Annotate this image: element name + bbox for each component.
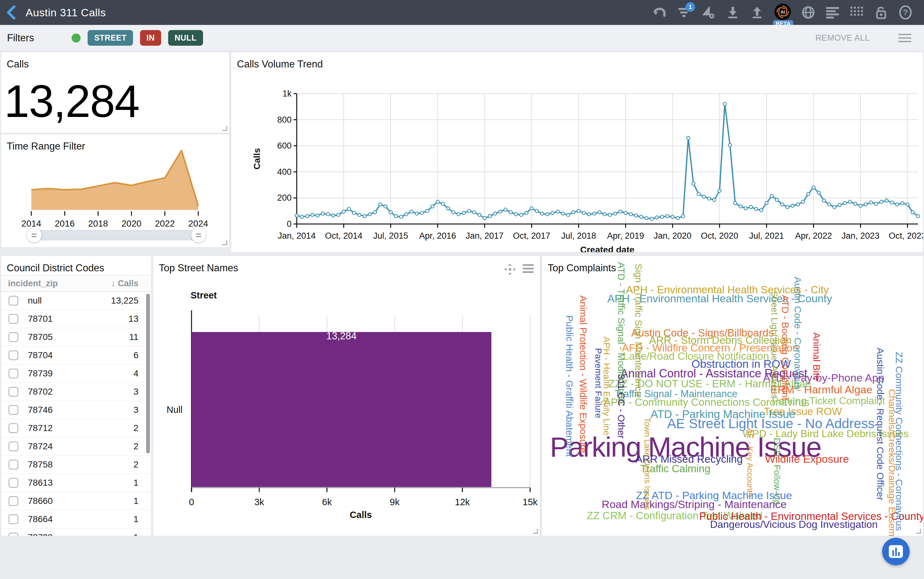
resize-handle[interactable] xyxy=(533,529,538,534)
svg-text:2020: 2020 xyxy=(121,219,141,229)
table-row[interactable]: 78758 2 xyxy=(1,456,151,474)
back-button[interactable] xyxy=(0,0,22,25)
zip-cell: 78660 xyxy=(28,496,53,506)
undo-icon[interactable] xyxy=(652,5,668,20)
table-row[interactable]: 78729 1 xyxy=(1,528,151,536)
svg-text:Apr, 2022: Apr, 2022 xyxy=(795,231,832,240)
table-row[interactable]: 78660 1 xyxy=(1,492,151,510)
time-range-area-chart[interactable]: 201420162018202020222024 xyxy=(1,134,230,229)
complaint-word[interactable]: Austin Code - Coronavirus xyxy=(793,277,803,389)
street-bar-chart[interactable]: 03k6k9k12k15k13,284NullStreetCalls xyxy=(153,256,540,536)
complaint-word[interactable]: Street Light Issue- Address xyxy=(770,291,779,399)
zip-cell: 78704 xyxy=(28,350,53,360)
lock-open-icon[interactable] xyxy=(873,5,889,20)
complaint-word[interactable]: Pavement Failure xyxy=(594,348,603,418)
table-row[interactable]: 78712 2 xyxy=(1,419,151,437)
svg-text:Apr, 2019: Apr, 2019 xyxy=(607,231,644,240)
table-row[interactable]: 78724 2 xyxy=(1,437,151,456)
top-complaints-panel: Top Complaints APH - Environmental Healt… xyxy=(542,256,923,536)
svg-text:2024: 2024 xyxy=(188,219,208,229)
svg-text:600: 600 xyxy=(277,141,292,150)
download-icon[interactable] xyxy=(725,5,741,20)
resize-handle[interactable] xyxy=(222,126,227,131)
filters-label: Filters xyxy=(7,32,34,44)
ai-assistant-icon[interactable]: AI BETA xyxy=(774,5,791,20)
table-row[interactable]: 78702 3 xyxy=(1,383,151,401)
row-checkbox[interactable] xyxy=(9,314,18,324)
table-row[interactable]: 78664 1 xyxy=(1,510,151,528)
row-checkbox[interactable] xyxy=(9,478,18,487)
complaint-word[interactable]: Animal Protection - Wildlife Exposure xyxy=(578,295,588,453)
svg-text:2018: 2018 xyxy=(88,219,108,229)
charts-fab-button[interactable] xyxy=(882,538,909,565)
table-row[interactable]: 78739 4 xyxy=(1,365,151,383)
complaint-word[interactable]: Town Lake Debris Issues xyxy=(643,417,652,510)
filters-menu-icon[interactable] xyxy=(898,32,911,44)
upload-icon[interactable] xyxy=(749,5,765,20)
row-checkbox[interactable] xyxy=(9,332,18,342)
column-calls-sorted[interactable]: ↓ Calls xyxy=(111,279,138,288)
slider-handle-right[interactable] xyxy=(191,228,206,242)
slider-handle-left[interactable] xyxy=(27,228,41,242)
complaint-word[interactable]: Channels/Creeks/Drainage Easement xyxy=(887,389,897,536)
complaint-word[interactable]: ATD - Booting Complaint xyxy=(780,295,790,401)
sort-desc-icon: ↓ xyxy=(111,279,115,288)
help-icon[interactable]: ? xyxy=(898,5,913,20)
globe-icon[interactable] xyxy=(801,5,816,20)
table-row[interactable]: 78704 6 xyxy=(1,347,151,365)
row-checkbox[interactable] xyxy=(9,405,18,415)
row-checkbox[interactable] xyxy=(9,369,18,378)
table-row[interactable]: 78701 13 xyxy=(1,310,151,328)
table-row[interactable]: 78613 1 xyxy=(1,474,151,492)
calls-cell: 3 xyxy=(133,405,138,415)
filter-chip-in[interactable]: IN xyxy=(140,30,161,46)
top-street-names-panel: Top Street Names 03k6k9k12k15k13,284Null… xyxy=(153,256,540,536)
ai-logo: AI xyxy=(774,3,791,20)
row-checkbox[interactable] xyxy=(9,514,18,524)
row-checkbox[interactable] xyxy=(9,350,18,360)
complaint-word[interactable]: Public Health - Graffiti Abatement xyxy=(565,316,574,457)
svg-text:Jan, 2014: Jan, 2014 xyxy=(278,231,316,240)
svg-text:2014: 2014 xyxy=(21,219,41,229)
grid-layout-icon[interactable] xyxy=(849,5,865,20)
calls-cell: 1 xyxy=(133,496,138,506)
complaint-word[interactable]: DSD - Follow-Up xyxy=(772,438,781,505)
complaint-word[interactable]: Animal Bite xyxy=(812,332,821,381)
svg-text:12k: 12k xyxy=(455,497,470,507)
table-row[interactable]: null 13,225 xyxy=(1,292,151,310)
remove-all-button[interactable]: REMOVE ALL xyxy=(815,33,870,43)
layers-list-icon[interactable] xyxy=(825,5,840,20)
row-checkbox[interactable] xyxy=(9,424,18,433)
zip-cell: 78724 xyxy=(28,441,53,451)
filter-chip-null[interactable]: NULL xyxy=(168,30,203,46)
complaint-word[interactable]: APH - Health Equity Line xyxy=(602,337,611,435)
filter-icon[interactable]: 1 xyxy=(677,5,692,20)
complaint-word[interactable]: Sign - Traffic Sign Maintenance xyxy=(634,263,643,397)
row-checkbox[interactable] xyxy=(9,460,18,469)
svg-text:2022: 2022 xyxy=(155,219,175,229)
table-row[interactable]: 78746 3 xyxy=(1,401,151,419)
svg-text:?: ? xyxy=(903,8,908,17)
filter-chip-street[interactable]: STREET xyxy=(88,30,133,46)
time-range-slider[interactable] xyxy=(33,230,200,240)
svg-text:Oct, 2014: Oct, 2014 xyxy=(325,231,362,240)
row-checkbox[interactable] xyxy=(9,442,18,451)
calls-volume-line-chart[interactable]: 02004006008001kJan, 2014Oct, 2014Jul, 20… xyxy=(231,52,923,252)
table-row[interactable]: 78705 11 xyxy=(1,328,151,347)
complaint-word[interactable]: Austin Code - Request Code Officer xyxy=(875,348,885,500)
row-checkbox[interactable] xyxy=(9,496,18,506)
resize-handle[interactable] xyxy=(916,529,921,534)
row-checkbox[interactable] xyxy=(9,296,18,306)
complaint-word[interactable]: Dangerous/Vicious Dog Investigation xyxy=(710,519,878,530)
row-checkbox[interactable] xyxy=(9,387,18,397)
resize-handle[interactable] xyxy=(222,240,227,245)
zip-cell: 78701 xyxy=(28,314,53,324)
column-incident-zip[interactable]: incident_zip xyxy=(8,279,58,288)
complaint-word[interactable]: AE - Key Accounts xyxy=(746,428,754,497)
row-checkbox[interactable] xyxy=(9,533,18,536)
complaint-word[interactable]: 311 CC - Other xyxy=(616,374,626,438)
filter-status-dot xyxy=(72,34,80,43)
annotate-icon[interactable] xyxy=(701,5,716,20)
complaint-word[interactable]: Road Markings/Striping - Maintenance xyxy=(602,499,786,510)
table-scrollbar[interactable] xyxy=(146,294,150,453)
